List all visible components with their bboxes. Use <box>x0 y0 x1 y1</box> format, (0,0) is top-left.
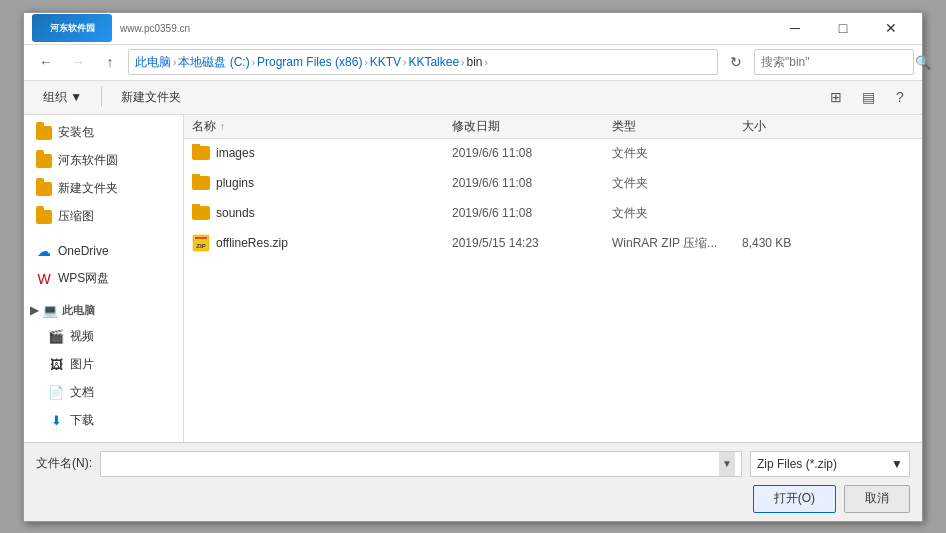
file-date: 2019/6/6 11:08 <box>444 146 604 160</box>
folder-icon <box>36 209 52 225</box>
table-row[interactable]: sounds 2019/6/6 11:08 文件夹 <box>184 199 922 229</box>
sidebar-item-onedrive[interactable]: ☁ OneDrive <box>24 237 183 265</box>
file-name: images <box>216 146 255 160</box>
sidebar-label: 此电脑 <box>62 303 95 318</box>
forward-button[interactable]: → <box>64 49 92 75</box>
titlebar-controls: ─ □ ✕ <box>772 14 914 42</box>
breadcrumb-bin: bin <box>466 55 482 69</box>
sidebar-item-pic[interactable]: 🖼 图片 <box>24 351 183 379</box>
help-button[interactable]: ? <box>886 84 914 110</box>
sidebar-item-download[interactable]: ⬇ 下载 <box>24 407 183 435</box>
breadcrumb-programfiles[interactable]: Program Files (x86) <box>257 55 362 69</box>
toolbar-right: ⊞ ▤ ? <box>822 84 914 110</box>
sidebar-label: 文档 <box>70 384 94 401</box>
close-button[interactable]: ✕ <box>868 14 914 42</box>
sidebar-item-heduan[interactable]: 河东软件圆 <box>24 147 183 175</box>
folder-icon <box>36 181 52 197</box>
breadcrumb-kktalkee[interactable]: KKTalkee <box>408 55 459 69</box>
svg-text:ZIP: ZIP <box>196 243 205 249</box>
filetype-arrow: ▼ <box>891 457 903 471</box>
toolbar: 组织 ▼ 新建文件夹 ⊞ ▤ ? <box>24 81 922 115</box>
download-icon: ⬇ <box>48 413 64 429</box>
sidebar-item-yasuotu[interactable]: 压缩图 <box>24 203 183 231</box>
folder-icon <box>192 174 210 192</box>
titlebar-site: www.pc0359.cn <box>120 23 190 34</box>
file-type: 文件夹 <box>604 205 734 222</box>
table-row[interactable]: ZIP offlineRes.zip 2019/5/15 14:23 WinRA… <box>184 229 922 259</box>
file-icon-cell: plugins <box>184 174 444 192</box>
pane-button[interactable]: ▤ <box>854 84 882 110</box>
breadcrumb: 此电脑 › 本地磁盘 (C:) › Program Files (x86) › … <box>128 49 718 75</box>
sidebar-label: OneDrive <box>58 244 109 258</box>
sidebar-label: 新建文件夹 <box>58 180 118 197</box>
minimize-button[interactable]: ─ <box>772 14 818 42</box>
sidebar-item-music[interactable]: ♪ 音乐 <box>24 435 183 442</box>
file-type: 文件夹 <box>604 175 734 192</box>
sidebar-item-wps[interactable]: W WPS网盘 <box>24 265 183 293</box>
sidebar-item-video[interactable]: 🎬 视频 <box>24 323 183 351</box>
sidebar-item-xinjian[interactable]: 新建文件夹 <box>24 175 183 203</box>
maximize-button[interactable]: □ <box>820 14 866 42</box>
table-row[interactable]: images 2019/6/6 11:08 文件夹 <box>184 139 922 169</box>
cloud-icon: ☁ <box>36 243 52 259</box>
file-dialog: 河东软件园 www.pc0359.cn ─ □ ✕ ← → ↑ 此电脑 › 本地… <box>23 12 923 522</box>
filelist-header: 名称 ↑ 修改日期 类型 大小 <box>184 115 922 139</box>
organize-button[interactable]: 组织 ▼ <box>32 84 93 110</box>
file-type: WinRAR ZIP 压缩... <box>604 235 734 252</box>
file-type: 文件夹 <box>604 145 734 162</box>
refresh-button[interactable]: ↻ <box>722 49 750 75</box>
file-name: plugins <box>216 176 254 190</box>
table-row[interactable]: plugins 2019/6/6 11:08 文件夹 <box>184 169 922 199</box>
bottom-panel: 文件名(N): ▼ Zip Files (*.zip) ▼ 打开(O) 取消 <box>24 442 922 521</box>
action-row: 打开(O) 取消 <box>36 485 910 513</box>
wps-icon: W <box>36 271 52 287</box>
zip-icon: ZIP <box>192 234 210 252</box>
folder-icon <box>192 204 210 222</box>
file-name: offlineRes.zip <box>216 236 288 250</box>
filetype-select[interactable]: Zip Files (*.zip) ▼ <box>750 451 910 477</box>
sidebar-item-doc[interactable]: 📄 文档 <box>24 379 183 407</box>
filelist: 名称 ↑ 修改日期 类型 大小 images 2019/6/6 11:08 文件… <box>184 115 922 442</box>
search-input[interactable] <box>761 55 911 69</box>
back-button[interactable]: ← <box>32 49 60 75</box>
col-size-header[interactable]: 大小 <box>734 118 834 135</box>
filename-input-wrap: ▼ <box>100 451 742 477</box>
filename-label: 文件名(N): <box>36 455 92 472</box>
folder-icon <box>36 153 52 169</box>
breadcrumb-c[interactable]: 本地磁盘 (C:) <box>178 54 249 71</box>
filename-row: 文件名(N): ▼ Zip Files (*.zip) ▼ <box>36 451 910 477</box>
main-content: 安装包 河东软件圆 新建文件夹 压缩图 <box>24 115 922 442</box>
filename-input[interactable] <box>107 457 719 471</box>
addressbar: ← → ↑ 此电脑 › 本地磁盘 (C:) › Program Files (x… <box>24 45 922 81</box>
col-date-header[interactable]: 修改日期 <box>444 118 604 135</box>
breadcrumb-kktv[interactable]: KKTV <box>370 55 401 69</box>
sidebar-label: 下载 <box>70 412 94 429</box>
cancel-button[interactable]: 取消 <box>844 485 910 513</box>
up-button[interactable]: ↑ <box>96 49 124 75</box>
col-name-header[interactable]: 名称 ↑ <box>184 118 444 135</box>
sidebar-label: 压缩图 <box>58 208 94 225</box>
file-size: 8,430 KB <box>734 236 834 250</box>
expand-icon: ▶ <box>30 304 38 317</box>
sidebar-computer[interactable]: ▶ 💻 此电脑 <box>24 299 183 323</box>
sidebar-item-anzhuangbao[interactable]: 安装包 <box>24 119 183 147</box>
view-toggle-button[interactable]: ⊞ <box>822 84 850 110</box>
col-type-header[interactable]: 类型 <box>604 118 734 135</box>
new-folder-button[interactable]: 新建文件夹 <box>110 84 192 110</box>
folder-icon <box>192 144 210 162</box>
sidebar: 安装包 河东软件圆 新建文件夹 压缩图 <box>24 115 184 442</box>
svg-rect-1 <box>195 237 207 239</box>
filename-dropdown-button[interactable]: ▼ <box>719 452 735 476</box>
sidebar-label: WPS网盘 <box>58 270 109 287</box>
sidebar-label: 河东软件圆 <box>58 152 118 169</box>
breadcrumb-pc[interactable]: 此电脑 <box>135 54 171 71</box>
video-icon: 🎬 <box>48 329 64 345</box>
sort-arrow: ↑ <box>220 121 225 132</box>
file-date: 2019/6/6 11:08 <box>444 206 604 220</box>
file-date: 2019/5/15 14:23 <box>444 236 604 250</box>
file-icon-cell: ZIP offlineRes.zip <box>184 234 444 252</box>
sidebar-label: 安装包 <box>58 124 94 141</box>
open-button[interactable]: 打开(O) <box>753 485 836 513</box>
file-name: sounds <box>216 206 255 220</box>
search-icon[interactable]: 🔍 <box>915 55 931 70</box>
